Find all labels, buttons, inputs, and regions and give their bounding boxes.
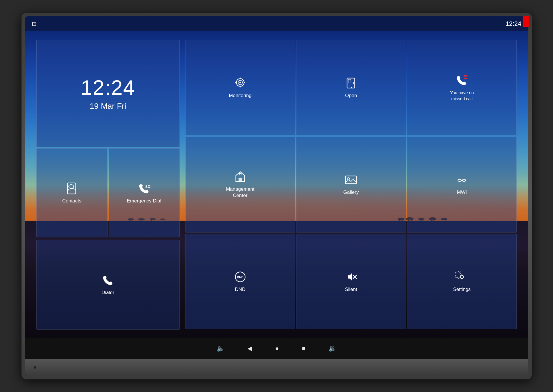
dialer-app[interactable]: Dialer (36, 240, 180, 329)
left-bottom-row: Contacts SOS Emergency Dial (36, 148, 180, 237)
right-panel: Monitoring Open (185, 40, 517, 330)
management-center-label: ManagementCenter (226, 186, 254, 199)
missed-call-app[interactable]: You have nomissed call (407, 40, 517, 136)
management-center-app[interactable]: ManagementCenter (185, 137, 295, 233)
monitoring-label: Monitoring (229, 92, 251, 99)
svg-text:SOS: SOS (145, 185, 151, 189)
contacts-label: Contacts (62, 198, 81, 204)
svg-point-51 (462, 180, 466, 182)
nav-bar: 🔈 ◀ ● ■ 🔉 (25, 338, 528, 359)
status-time: 12:24 (505, 20, 521, 27)
open-app[interactable]: Open (296, 40, 406, 136)
svg-point-49 (347, 178, 350, 180)
svg-point-42 (353, 82, 355, 84)
screen: ⊡ 12:24 (25, 16, 528, 376)
svg-rect-46 (239, 178, 242, 182)
contacts-app[interactable]: Contacts (36, 148, 108, 237)
settings-label: Settings (453, 286, 470, 293)
screen-cast-icon: ⊡ (32, 20, 37, 27)
power-indicator (523, 16, 529, 27)
app-grid: 12:24 19 Mar Fri (25, 31, 528, 338)
silent-label: Silent (345, 286, 357, 293)
dnd-app[interactable]: DND DND (185, 234, 295, 330)
volume-up-button[interactable]: 🔉 (329, 345, 336, 352)
back-button[interactable]: ◀ (247, 345, 252, 352)
svg-point-35 (239, 82, 241, 83)
open-label: Open (345, 92, 357, 99)
silent-app[interactable]: Silent (296, 234, 406, 330)
mwi-label: MWI (457, 189, 467, 196)
svg-rect-28 (69, 184, 73, 188)
home-button[interactable]: ● (275, 345, 279, 352)
mwi-app[interactable]: MWI (407, 137, 517, 233)
main-screen: 12:24 19 Mar Fri (25, 31, 528, 338)
emergency-dial-app[interactable]: SOS Emergency Dial (109, 148, 180, 237)
monitoring-app[interactable]: Monitoring (185, 40, 295, 136)
stop-button[interactable]: ■ (302, 345, 306, 352)
status-bar: ⊡ 12:24 (25, 16, 528, 31)
svg-rect-41 (348, 79, 351, 83)
clock-time: 12:24 (81, 76, 135, 99)
settings-app[interactable]: Settings (407, 234, 517, 330)
svg-point-50 (458, 180, 462, 182)
volume-down-button[interactable]: 🔈 (217, 345, 224, 352)
dialer-label: Dialer (101, 289, 114, 296)
svg-text:DND: DND (237, 275, 243, 279)
gallery-app[interactable]: Gallery (296, 137, 406, 233)
gallery-label: Gallery (343, 189, 359, 196)
time-widget: 12:24 19 Mar Fri (36, 40, 180, 147)
bottom-bezel (25, 359, 528, 376)
camera-dot (34, 366, 36, 369)
clock-date: 19 Mar Fri (90, 102, 126, 111)
dnd-label: DND (235, 286, 245, 293)
device-frame: ⊡ 12:24 (22, 13, 532, 379)
missed-call-label: You have nomissed call (450, 90, 474, 102)
svg-rect-48 (345, 176, 356, 184)
emergency-dial-label: Emergency Dial (127, 198, 161, 204)
left-panel: 12:24 19 Mar Fri (36, 40, 180, 330)
